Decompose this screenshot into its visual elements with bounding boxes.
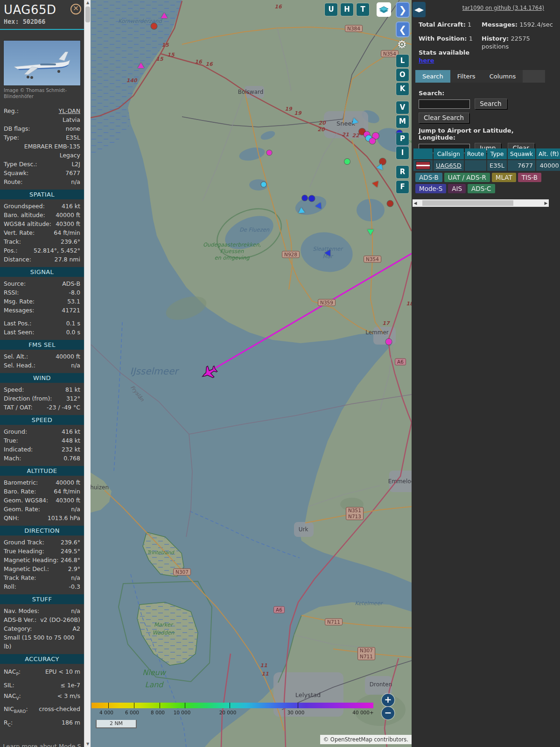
layers-icon <box>377 2 391 17</box>
github-version-link[interactable]: tar1090 on github (3.14.1764) <box>462 5 544 11</box>
table-cell[interactable] <box>465 160 486 171</box>
aircraft-table-row[interactable]: UAG65DE35L767740000 <box>413 160 560 171</box>
hscrollbar-thumb[interactable] <box>422 200 513 206</box>
aircraft-marker[interactable] <box>344 159 350 164</box>
aircraft-marker[interactable] <box>298 207 305 213</box>
badge-mode-s[interactable]: Mode-S <box>415 184 446 193</box>
aircraft-photo[interactable] <box>3 40 81 86</box>
aircraft-marker[interactable] <box>261 182 266 187</box>
zoom-out-button[interactable]: − <box>382 707 394 719</box>
aircraft-table[interactable]: CallsignRouteTypeSquawkAlt. (ft)Spd.UAG6… <box>413 148 560 172</box>
data-row-value: 186 m <box>13 717 80 731</box>
map-button-k[interactable]: K <box>396 83 409 95</box>
badge-tis-b[interactable]: TIS-B <box>518 173 541 182</box>
scroll-left-icon[interactable]: ◀ <box>413 199 418 207</box>
tab-columns[interactable]: Columns <box>483 70 523 83</box>
section-header: SPEED <box>0 415 84 425</box>
aircraft-marker[interactable] <box>267 150 272 155</box>
search-input[interactable] <box>419 99 470 109</box>
aircraft-marker[interactable] <box>302 195 308 201</box>
badge-ads-c[interactable]: ADS-C <box>468 184 495 193</box>
left-panel-scrollbar[interactable]: ▲ ▼ <box>84 0 91 747</box>
map[interactable]: KornwerderzandBolswardSneekSneekermeerDe… <box>91 0 412 747</box>
data-row: Barometric:40000 ft <box>0 478 84 487</box>
aircraft-marker[interactable] <box>387 201 393 207</box>
data-row-value: n/a <box>36 573 80 582</box>
scroll-up-icon[interactable]: ▲ <box>84 0 91 6</box>
table-cell[interactable] <box>413 160 433 171</box>
aircraft-callsign-title: UAG65D <box>4 3 80 17</box>
road-number-label: 15 <box>161 42 168 48</box>
callsign-link[interactable]: UAG65D <box>436 162 462 169</box>
aircraft-marker[interactable] <box>161 13 168 18</box>
data-row: Messages:41721 <box>0 306 84 315</box>
column-header[interactable]: Type <box>487 148 507 159</box>
data-row-label: Squawk: <box>4 169 28 177</box>
data-row-label: Pos.: <box>4 246 17 255</box>
map-button-r[interactable]: R <box>396 166 409 178</box>
clear-search-button[interactable]: Clear Search <box>419 113 469 123</box>
data-row-label: Last Seen: <box>4 328 34 337</box>
map-button-u[interactable]: U <box>325 3 337 16</box>
data-row: Geom. Rate:n/a <box>0 505 84 514</box>
scroll-right-icon[interactable]: ▶ <box>543 199 549 207</box>
table-cell[interactable]: 40000 <box>536 160 560 171</box>
badge-uat-ads-r[interactable]: UAT / ADS-R <box>444 173 490 182</box>
aircraft-marker[interactable] <box>151 23 157 29</box>
data-row-value: -8.0 <box>19 288 80 297</box>
map-attribution[interactable]: © OpenStreetMap contributors. <box>320 735 412 744</box>
map-button-h[interactable]: H <box>341 3 353 16</box>
photo-credit: Image © Thomas Schmidt-Blindenhöfer <box>0 86 84 101</box>
data-row-label: Messages: <box>4 306 35 315</box>
data-row: Roll:-0.3 <box>0 582 84 591</box>
column-header[interactable]: Squawk <box>508 148 535 159</box>
badge-ads-b[interactable]: ADS-B <box>415 173 442 182</box>
sidebar-toggle-button[interactable]: ◀▶ <box>413 2 426 17</box>
map-button-v[interactable]: V <box>396 101 409 114</box>
map-button-p[interactable]: P <box>396 133 409 145</box>
badge-ais[interactable]: AIS <box>448 184 466 193</box>
data-row: Type:E35L <box>0 133 84 142</box>
aircraft-marker[interactable] <box>138 63 144 68</box>
map-button-l[interactable]: L <box>396 55 409 67</box>
legend-tick <box>160 703 160 708</box>
map-button-m[interactable]: M <box>396 115 409 128</box>
layers-button[interactable] <box>377 2 391 17</box>
data-row-value[interactable]: YL-DAN <box>19 106 80 115</box>
zoom-in-button[interactable]: + <box>382 694 394 706</box>
scrollbar-thumb[interactable] <box>85 7 90 22</box>
aircraft-marker[interactable] <box>386 339 392 345</box>
tab-search[interactable]: Search <box>415 70 450 83</box>
panel-collapse-button[interactable]: ❮ <box>396 21 410 37</box>
column-header[interactable]: Callsign <box>434 148 464 159</box>
aircraft-marker[interactable] <box>309 196 315 202</box>
map-button-o[interactable]: O <box>396 69 409 81</box>
tab-filters[interactable]: Filters <box>450 70 483 83</box>
aircraft-data-sections: Reg.:YL-DANLatviaDB flags:noneType:E35LE… <box>0 106 84 730</box>
data-row: Track Rate:n/a <box>0 573 84 582</box>
search-button[interactable]: Search <box>475 99 506 109</box>
gear-icon[interactable]: ⚙ <box>397 38 407 50</box>
aircraft-marker[interactable] <box>367 229 374 235</box>
table-cell[interactable]: UAG65D <box>434 160 464 171</box>
column-header[interactable]: Route <box>465 148 486 159</box>
data-row-label: RC: <box>4 717 13 731</box>
table-cell[interactable]: 7677 <box>508 160 535 171</box>
data-row-label: Type Desc.: <box>4 160 37 169</box>
aircraft-marker[interactable] <box>370 138 376 144</box>
data-row-label: WGS84 altitude: <box>4 219 51 228</box>
map-button-t[interactable]: T <box>357 3 369 16</box>
column-header[interactable]: Alt. (ft) <box>536 148 560 159</box>
map-button-f[interactable]: F <box>396 181 409 193</box>
map-button-i[interactable]: I <box>396 147 409 159</box>
badge-mlat[interactable]: MLAT <box>492 173 516 182</box>
table-cell[interactable]: E35L <box>487 160 507 171</box>
data-row: Category:A2 <box>0 624 84 633</box>
route-panel-open-button[interactable]: ❯ <box>396 2 410 18</box>
table-horizontal-scrollbar[interactable]: ◀ ▶ <box>413 199 549 207</box>
data-row: Pos.:52.814°, 5.452° <box>0 246 84 255</box>
stats-here-link[interactable]: here <box>419 57 434 64</box>
close-icon[interactable]: ✕ <box>70 4 81 14</box>
column-header[interactable] <box>413 148 433 159</box>
scroll-down-icon[interactable]: ▼ <box>84 741 91 747</box>
